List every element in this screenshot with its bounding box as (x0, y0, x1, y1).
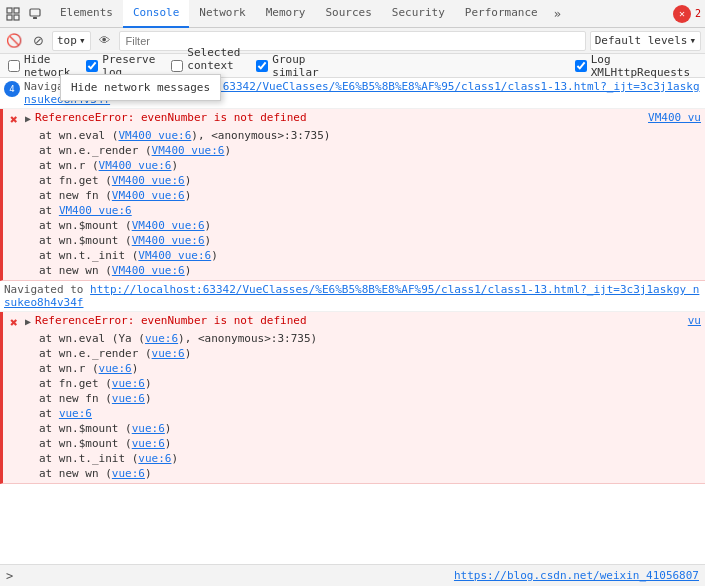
stack-line: at wn.$mount (VM400 vue:6) (39, 218, 701, 233)
stack-link[interactable]: vue:6 (112, 392, 145, 405)
hide-network-tooltip: Hide network messages (60, 74, 221, 101)
error-stack-2: at wn.eval (Ya (vue:6), <anonymous>:3:73… (3, 331, 705, 483)
options-bar: Hide network Preserve log Selected conte… (0, 54, 705, 78)
close-devtools-button[interactable]: ✕ (673, 5, 691, 23)
stack-link[interactable]: VM400 vue:6 (132, 234, 205, 247)
log-xml-checkbox[interactable] (575, 60, 587, 72)
stack-line: at vue:6 (39, 406, 701, 421)
svg-rect-0 (7, 8, 12, 13)
log-xml-option[interactable]: Log XMLHttpRequests (575, 53, 690, 79)
group-similar-checkbox[interactable] (256, 60, 268, 72)
stack-line: at wn.t._init (vue:6) (39, 451, 701, 466)
console-toolbar: 🚫 ⊘ top ▾ 👁 Default levels ▾ (0, 28, 705, 54)
error-entry-1: ✖ ▶ ReferenceError: evenNumber is not de… (0, 109, 705, 281)
stack-link[interactable]: VM400 vue:6 (152, 144, 225, 157)
devtools-icons (4, 5, 44, 23)
stack-line: at wn.$mount (vue:6) (39, 436, 701, 451)
eye-button[interactable]: 👁 (95, 31, 115, 51)
stack-line: at new wn (vue:6) (39, 466, 701, 481)
svg-rect-5 (33, 17, 37, 19)
stack-line: at new fn (vue:6) (39, 391, 701, 406)
group-similar-option[interactable]: Group similar (256, 53, 318, 79)
stack-link[interactable]: VM400 vue:6 (112, 174, 185, 187)
stack-line: at wn.e._render (vue:6) (39, 346, 701, 361)
prompt-icon: > (6, 569, 13, 583)
hide-network-checkbox[interactable] (8, 60, 20, 72)
tab-elements[interactable]: Elements (50, 0, 123, 28)
log-levels-selector[interactable]: Default levels ▾ (590, 31, 701, 51)
error-stack-1: at wn.eval (VM400 vue:6), <anonymous>:3:… (3, 128, 705, 280)
stack-link[interactable]: VM400 vue:6 (132, 219, 205, 232)
tab-sources[interactable]: Sources (315, 0, 381, 28)
options-right: Log XMLHttpRequests Eager evaluation Aut… (575, 53, 705, 79)
devtools-close-area: ✕ 2 (673, 5, 701, 23)
svg-rect-1 (14, 8, 19, 13)
error-icon-2: ✖ (7, 315, 21, 329)
stack-link[interactable]: vue:6 (152, 347, 185, 360)
stack-line: at new wn (VM400 vue:6) (39, 263, 701, 278)
stack-line: at wn.$mount (VM400 vue:6) (39, 233, 701, 248)
stack-link[interactable]: vue:6 (132, 437, 165, 450)
tab-console[interactable]: Console (123, 0, 189, 28)
error-entry-2: ✖ ▶ ReferenceError: evenNumber is not de… (0, 312, 705, 484)
error-count-badge: 2 (695, 8, 701, 19)
bottom-link[interactable]: https://blog.csdn.net/weixin_41056807 (454, 569, 699, 582)
stack-link[interactable]: vue:6 (145, 332, 178, 345)
stack-line: at wn.r (VM400 vue:6) (39, 158, 701, 173)
device-icon[interactable] (26, 5, 44, 23)
tab-network[interactable]: Network (189, 0, 255, 28)
stack-link[interactable]: vue:6 (132, 422, 165, 435)
stack-line: at new fn (VM400 vue:6) (39, 188, 701, 203)
inspect-icon[interactable] (4, 5, 22, 23)
svg-rect-2 (7, 15, 12, 20)
error-arrow-1: ▶ (25, 113, 31, 124)
stack-link[interactable]: VM400 vue:6 (118, 129, 191, 142)
stack-link[interactable]: vue:6 (59, 407, 92, 420)
more-tabs-button[interactable]: » (548, 5, 567, 23)
svg-rect-3 (14, 15, 19, 20)
stack-link[interactable]: VM400 vue:6 (99, 159, 172, 172)
stack-line: at wn.t._init (VM400 vue:6) (39, 248, 701, 263)
stack-link[interactable]: vue:6 (138, 452, 171, 465)
selected-context-checkbox[interactable] (171, 60, 183, 72)
stack-line: at wn.eval (Ya (vue:6), <anonymous>:3:73… (39, 331, 701, 346)
bottom-bar: > https://blog.csdn.net/weixin_41056807 (0, 564, 705, 586)
stack-line: at VM400 vue:6 (39, 203, 701, 218)
error-source-2[interactable]: vu (688, 314, 701, 327)
stop-recording-button[interactable]: ⊘ (28, 31, 48, 51)
stack-line: at wn.r (vue:6) (39, 361, 701, 376)
stack-line: at fn.get (VM400 vue:6) (39, 173, 701, 188)
stack-link[interactable]: VM400 vue:6 (59, 204, 132, 217)
context-selector[interactable]: top ▾ (52, 31, 91, 51)
tab-performance[interactable]: Performance (455, 0, 548, 28)
stack-line: at wn.$mount (vue:6) (39, 421, 701, 436)
tab-bar: Elements Console Network Memory Sources … (0, 0, 705, 28)
console-input-area: > (6, 569, 454, 583)
stack-line: at wn.e._render (VM400 vue:6) (39, 143, 701, 158)
error-header-2[interactable]: ✖ ▶ ReferenceError: evenNumber is not de… (3, 312, 705, 331)
error-header-1[interactable]: ✖ ▶ ReferenceError: evenNumber is not de… (3, 109, 705, 128)
stack-line: at wn.eval (VM400 vue:6), <anonymous>:3:… (39, 128, 701, 143)
nav-text-2: Navigated to http://localhost:63342/VueC… (4, 283, 701, 309)
tab-memory[interactable]: Memory (256, 0, 316, 28)
stack-link[interactable]: vue:6 (99, 362, 132, 375)
stack-link[interactable]: VM400 vue:6 (112, 264, 185, 277)
console-output: 4 Navigated to http://localhost:63342/Vu… (0, 78, 705, 564)
svg-rect-4 (30, 9, 40, 16)
navigation-entry-2: Navigated to http://localhost:63342/VueC… (0, 281, 705, 312)
error-icon-1: ✖ (7, 112, 21, 126)
stack-link[interactable]: VM400 vue:6 (138, 249, 211, 262)
tab-security[interactable]: Security (382, 0, 455, 28)
stack-line: at fn.get (vue:6) (39, 376, 701, 391)
stack-link[interactable]: VM400 vue:6 (112, 189, 185, 202)
stack-link[interactable]: vue:6 (112, 467, 145, 480)
nav-icon-1: 4 (4, 81, 20, 97)
error-title-1: ReferenceError: evenNumber is not define… (35, 111, 648, 124)
error-title-2: ReferenceError: evenNumber is not define… (35, 314, 688, 327)
error-arrow-2: ▶ (25, 316, 31, 327)
preserve-log-checkbox[interactable] (86, 60, 98, 72)
error-source-1[interactable]: VM400 vu (648, 111, 701, 124)
clear-console-button[interactable]: 🚫 (4, 31, 24, 51)
stack-link[interactable]: vue:6 (112, 377, 145, 390)
nav-link-2[interactable]: http://localhost:63342/VueClasses/%E6%B5… (4, 283, 699, 309)
